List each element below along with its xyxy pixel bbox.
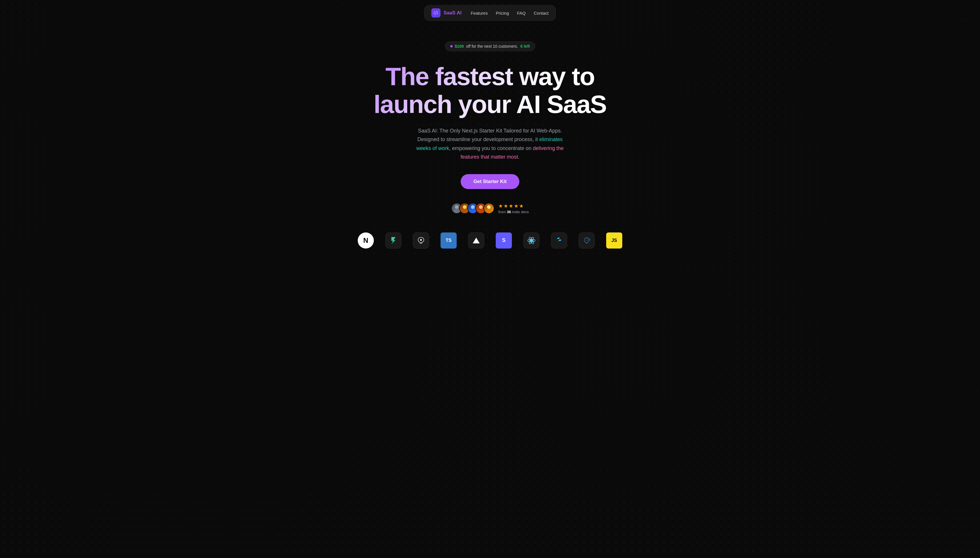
- svg-line-0: [436, 11, 436, 15]
- star-5: ★: [519, 203, 524, 209]
- tech-tailwind-icon: [551, 233, 567, 249]
- promo-badge: $100 off for the next 10 customers. 6 le…: [445, 41, 535, 51]
- svg-marker-11: [391, 237, 395, 244]
- svg-point-5: [471, 205, 475, 209]
- svg-marker-13: [473, 238, 480, 243]
- svg-point-4: [462, 209, 468, 213]
- svg-point-6: [470, 209, 475, 213]
- page-wrapper: SaaS AI Features Pricing FAQ Contact $10…: [0, 0, 980, 260]
- navbar: SaaS AI Features Pricing FAQ Contact: [424, 5, 556, 21]
- nav-features[interactable]: Features: [471, 11, 488, 15]
- nav-contact[interactable]: Contact: [534, 11, 549, 15]
- svg-point-10: [486, 209, 492, 213]
- rating-info: ★ ★ ★ ★ ★ from 36 indie devs: [498, 203, 529, 214]
- promo-dot: [450, 45, 452, 48]
- star-1: ★: [498, 203, 503, 209]
- nav-logo: [431, 8, 441, 18]
- tech-typescript-icon: TS: [441, 233, 457, 249]
- nav-brand: SaaS AI: [431, 8, 462, 18]
- nav-links: Features Pricing FAQ Contact: [471, 11, 549, 15]
- svg-point-12: [420, 239, 422, 241]
- svg-point-8: [478, 209, 484, 213]
- tech-javascript-icon: JS: [606, 233, 622, 249]
- star-rating: ★ ★ ★ ★ ★: [498, 203, 529, 209]
- nav-pricing[interactable]: Pricing: [496, 11, 509, 15]
- tech-openai-icon: [413, 233, 429, 249]
- avatars-group: [451, 203, 494, 214]
- avatar-5: [483, 203, 494, 214]
- hero-subtitle: SaaS AI: The Only Next.js Starter Kit Ta…: [409, 126, 571, 161]
- svg-point-7: [479, 205, 483, 209]
- tech-strip: N TS S: [358, 233, 622, 260]
- svg-point-1: [455, 205, 459, 209]
- subtitle-part2: , empowering you to concentrate on: [449, 145, 533, 151]
- svg-point-9: [487, 205, 491, 209]
- svg-point-14: [530, 240, 533, 242]
- tech-react-icon: [523, 233, 539, 249]
- promo-left: 6 left: [521, 44, 530, 49]
- rating-text: from 36 indie devs: [498, 210, 529, 214]
- cta-button[interactable]: Get Starter Kit: [461, 174, 519, 189]
- tech-vercel-icon: [468, 233, 484, 249]
- hero-section: The fastest way to launch your AI SaaS S…: [368, 62, 612, 189]
- tech-postgres-icon: [579, 233, 595, 249]
- star-2: ★: [503, 203, 508, 209]
- nav-faq[interactable]: FAQ: [517, 11, 526, 15]
- brand-name: SaaS AI: [443, 10, 462, 16]
- star-4: ★: [514, 203, 518, 209]
- tech-stripe-icon: S: [496, 233, 512, 249]
- social-proof: ★ ★ ★ ★ ★ from 36 indie devs: [451, 203, 529, 214]
- star-3: ★: [509, 203, 513, 209]
- promo-text: off for the next 10 customers.: [466, 44, 518, 49]
- hero-title: The fastest way to launch your AI SaaS: [373, 62, 607, 118]
- promo-amount: $100: [455, 44, 464, 49]
- svg-point-3: [463, 205, 467, 209]
- tech-supabase-icon: [385, 233, 401, 249]
- svg-point-2: [454, 209, 459, 213]
- tech-nextjs-icon: N: [358, 233, 374, 249]
